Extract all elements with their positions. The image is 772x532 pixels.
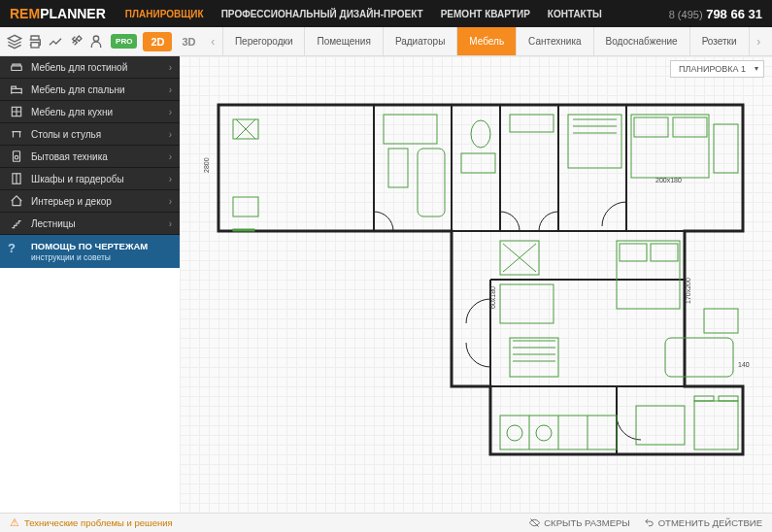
nav-planner[interactable]: ПЛАНИРОВЩИК [125, 9, 204, 19]
svg-rect-46 [636, 406, 685, 445]
tab-sockets[interactable]: Розетки [690, 27, 750, 55]
sidebar-item-wardrobes[interactable]: Шкафы и гардеробы › [0, 168, 180, 190]
logo[interactable]: REMPLANNER [10, 6, 106, 21]
dim-bed1: 200x180 [655, 177, 682, 183]
pro-badge[interactable]: PRO [111, 34, 137, 49]
svg-rect-35 [651, 244, 678, 261]
tab-furniture[interactable]: Мебель [457, 27, 517, 55]
view-2d-button[interactable]: 2D [143, 32, 172, 51]
nav-contacts[interactable]: КОНТАКТЫ [548, 9, 602, 19]
home-icon [8, 194, 25, 208]
dim-sofa: 140 [738, 361, 750, 368]
svg-rect-49 [719, 396, 738, 401]
svg-rect-3 [12, 88, 22, 92]
sofa-icon [8, 60, 25, 74]
chevron-right-icon: › [169, 62, 172, 73]
phone-main: 798 66 31 [703, 7, 762, 21]
stairs-icon [8, 216, 25, 230]
svg-rect-47 [694, 401, 738, 449]
furniture-sidebar: Мебель для гостиной › Мебель для спальни… [0, 56, 180, 513]
undo-icon [644, 517, 655, 528]
chevron-right-icon: › [169, 84, 172, 95]
sidebar-item-decor[interactable]: Интерьер и декор › [0, 190, 180, 213]
chevron-right-icon: › [169, 151, 172, 162]
undo-button[interactable]: ОТМЕНИТЬ ДЕЙСТВИЕ [644, 517, 762, 528]
sidebar-item-label: Лестницы [31, 218, 169, 229]
hide-dimensions-button[interactable]: СКРЫТЬ РАЗМЕРЫ [529, 517, 629, 528]
nav-design-project[interactable]: ПРОФЕССИОНАЛЬНЫЙ ДИЗАЙН-ПРОЕКТ [221, 9, 423, 19]
chevron-right-icon: › [169, 174, 172, 184]
sidebar-item-label: Бытовая техника [31, 151, 169, 162]
sidebar-item-bedroom[interactable]: Мебель для спальни › [0, 79, 180, 101]
nav-renovation[interactable]: РЕМОНТ КВАРТИР [441, 9, 530, 19]
sidebar-item-living-room[interactable]: Мебель для гостиной › [0, 56, 180, 79]
svg-point-45 [536, 425, 552, 441]
undo-label: ОТМЕНИТЬ ДЕЙСТВИЕ [658, 517, 762, 528]
sidebar-item-label: Мебель для спальни [31, 84, 169, 95]
bed-icon [8, 83, 25, 96]
tool-measure-icon[interactable] [47, 31, 65, 52]
svg-rect-48 [694, 396, 714, 401]
chevron-right-icon: › [169, 129, 172, 140]
sidebar-item-tables[interactable]: Столы и стулья › [0, 123, 180, 146]
hide-dims-label: СКРЫТЬ РАЗМЕРЫ [544, 517, 629, 528]
sidebar-item-label: Столы и стулья [31, 129, 169, 140]
footer-issues-text: Технические проблемы и решения [24, 517, 173, 528]
dim-closet: 60x180 [489, 286, 496, 309]
floorplan-drawing[interactable]: 2800 200x180 170x200 140 60x180 [199, 85, 762, 513]
footer-issues-link[interactable]: ⚠ Технические проблемы и решения [10, 516, 173, 529]
svg-rect-23 [418, 149, 445, 216]
warning-icon: ⚠ [10, 516, 19, 529]
svg-rect-29 [634, 117, 668, 137]
chevron-right-icon: › [169, 196, 172, 207]
svg-rect-34 [620, 244, 647, 261]
sidebar-item-appliances[interactable]: Бытовая техника › [0, 146, 180, 168]
wardrobe-icon [8, 172, 25, 185]
tool-layers-icon[interactable] [6, 31, 24, 52]
chevron-right-icon: › [169, 218, 172, 229]
tab-radiators[interactable]: Радиаторы [384, 27, 457, 55]
view-3d-button[interactable]: 3D [174, 32, 203, 51]
eye-off-icon [529, 517, 540, 528]
svg-rect-21 [384, 115, 437, 144]
kitchen-icon [8, 105, 25, 118]
svg-point-6 [15, 155, 18, 159]
tool-print-icon[interactable] [26, 31, 45, 52]
chevron-right-icon: › [169, 107, 172, 117]
svg-rect-0 [31, 42, 39, 47]
help-subtitle: инструкции и советы [31, 252, 172, 262]
floorplan-canvas[interactable]: 2800 200x180 170x200 140 60x180 [180, 56, 772, 513]
appliance-icon [8, 150, 25, 163]
svg-rect-26 [510, 115, 554, 132]
category-tabs: Перегородки Помещения Радиаторы Мебель С… [222, 27, 750, 55]
tab-plumbing[interactable]: Сантехника [517, 27, 594, 55]
svg-rect-27 [568, 115, 621, 168]
tool-person-icon[interactable] [86, 31, 105, 52]
sidebar-help[interactable]: ? ПОМОЩЬ ПО ЧЕРТЕЖАМ инструкции и советы [0, 235, 180, 268]
svg-rect-20 [233, 229, 254, 231]
tab-rooms[interactable]: Помещения [305, 27, 383, 55]
phone-number[interactable]: 8 (495) 798 66 31 [669, 7, 762, 21]
svg-rect-39 [704, 309, 738, 333]
tabs-scroll-right[interactable]: › [752, 31, 766, 52]
svg-rect-37 [510, 338, 558, 377]
help-title: ПОМОЩЬ ПО ЧЕРТЕЖАМ [31, 241, 172, 251]
main-area: Мебель для гостиной › Мебель для спальни… [0, 56, 772, 513]
tabs-scroll-left[interactable]: ‹ [206, 31, 220, 52]
tool-tools-icon[interactable] [66, 31, 84, 52]
tab-water-supply[interactable]: Водоснабжение [594, 27, 690, 55]
svg-rect-33 [617, 241, 680, 309]
sidebar-item-label: Мебель для кухни [31, 107, 169, 117]
tab-partitions[interactable]: Перегородки [223, 27, 306, 55]
svg-point-44 [507, 425, 522, 441]
sidebar-item-stairs[interactable]: Лестницы › [0, 213, 180, 235]
footer-bar: ⚠ Технические проблемы и решения СКРЫТЬ … [0, 513, 772, 532]
layout-dropdown[interactable]: ПЛАНИРОВКА 1 [670, 60, 764, 78]
svg-rect-22 [388, 149, 408, 187]
svg-rect-36 [500, 284, 554, 323]
svg-rect-38 [665, 338, 733, 377]
svg-rect-25 [461, 153, 495, 173]
sidebar-item-kitchen[interactable]: Мебель для кухни › [0, 101, 180, 123]
sidebar-item-label: Интерьер и декор [31, 196, 169, 207]
svg-rect-30 [673, 117, 707, 137]
